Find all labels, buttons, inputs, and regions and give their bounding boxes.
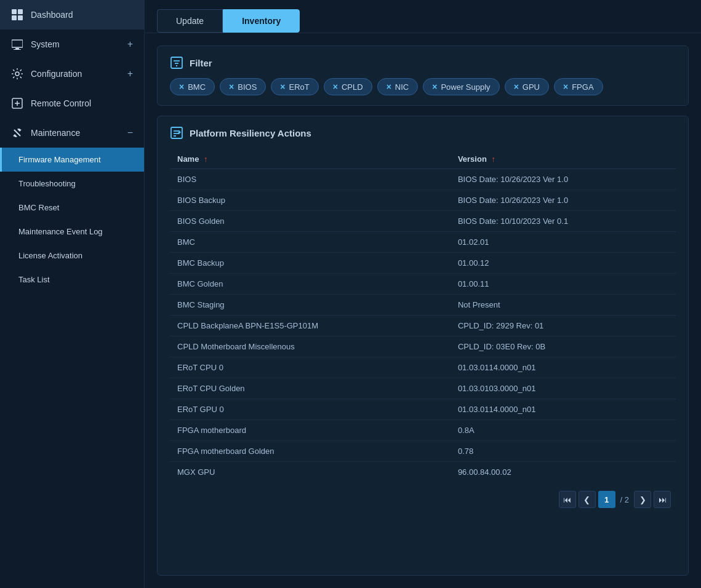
cell-version: BIOS Date: 10/10/2023 Ver 0.1 [451,211,676,232]
svg-rect-5 [15,48,19,49]
filter-icon [170,56,183,70]
cell-name: FPGA motherboard Golden [170,441,451,462]
page-current: 1 [598,491,615,508]
content-area: Filter × BMC × BIOS × ERoT × CPLD [145,33,701,588]
tag-label: BMC [188,82,206,92]
col-version[interactable]: Version ↑ [451,149,676,169]
sidebar-item-maintenance-event-log[interactable]: Maintenance Event Log [0,220,144,244]
svg-rect-6 [14,49,21,50]
sort-arrow-version: ↑ [491,154,495,164]
cell-name: FPGA motherboard [170,420,451,441]
sidebar-item-remote-control[interactable]: Remote Control [0,89,144,118]
sidebar-item-bmc-reset[interactable]: BMC Reset [0,196,144,220]
sidebar-item-label: Remote Control [31,98,91,108]
filter-section: Filter × BMC × BIOS × ERoT × CPLD [157,46,689,106]
tab-update[interactable]: Update [157,9,223,33]
table-row: BIOSBIOS Date: 10/26/2023 Ver 1.0 [170,169,676,190]
filter-tag-bmc[interactable]: × BMC [170,78,215,95]
cell-version: CPLD_ID: 2929 Rev: 01 [451,316,676,336]
cell-version: 96.00.84.00.02 [451,462,676,483]
cell-name: BIOS Golden [170,211,451,232]
cell-version: 01.03.0114.0000_n01 [451,399,676,420]
sidebar-sub-item-label: Firmware Management [18,155,101,164]
cell-version: BIOS Date: 10/26/2023 Ver 1.0 [451,190,676,211]
sidebar-item-system[interactable]: System + [0,30,144,59]
cell-name: BIOS Backup [170,190,451,211]
svg-rect-0 [12,9,17,14]
tag-label: NIC [395,82,409,92]
sidebar-item-troubleshooting[interactable]: Troubleshooting [0,172,144,196]
tab-inventory[interactable]: Inventory [223,9,300,33]
tag-x-icon: × [514,82,519,92]
tag-label: Power Supply [441,82,490,92]
page-next-button[interactable]: ❯ [634,491,651,508]
table-title: Platform Resiliency Actions [190,128,311,138]
cell-name: ERoT CPU Golden [170,378,451,399]
sidebar-item-firmware-management[interactable]: Firmware Management [0,148,144,172]
sidebar-item-task-list[interactable]: Task List [0,268,144,292]
cell-name: BMC Staging [170,295,451,316]
filter-tag-fpga[interactable]: × FPGA [554,78,603,95]
filter-tag-gpu[interactable]: × GPU [505,78,549,95]
system-icon [11,38,23,50]
filter-tag-nic[interactable]: × NIC [377,78,419,95]
cell-version: Not Present [451,295,676,316]
cell-name: CPLD BackplaneA BPN-E1S5-GP101M [170,316,451,336]
filter-tag-bios[interactable]: × BIOS [220,78,266,95]
tag-label: ERoT [289,82,310,92]
sidebar-item-label: System [31,39,60,49]
sort-arrow-name: ↑ [204,154,208,164]
sidebar-sub-item-label: Task List [18,275,50,284]
main-content: Update Inventory Filter × [145,0,701,588]
edit-icon [170,126,183,140]
page-last-button[interactable]: ⏭ [654,491,671,508]
expand-icon: + [127,68,133,79]
table-row: BMC Backup01.00.12 [170,253,676,274]
maintenance-icon [11,127,23,139]
cell-name: CPLD Motherboard Miscellenous [170,336,451,357]
table-row: ERoT GPU 001.03.0114.0000_n01 [170,399,676,420]
config-icon [11,68,23,80]
expand-icon: − [127,127,133,138]
tag-label: BIOS [238,82,257,92]
table-row: CPLD Motherboard MiscellenousCPLD_ID: 03… [170,336,676,357]
cell-version: 0.8A [451,420,676,441]
pagination: ⏮ ❮ 1 / 2 ❯ ⏭ [170,482,676,511]
sidebar-item-maintenance[interactable]: Maintenance − [0,118,144,148]
tag-label: FPGA [572,82,593,92]
table-row: ERoT CPU 001.03.0114.0000_n01 [170,357,676,378]
page-first-button[interactable]: ⏮ [559,491,576,508]
tag-x-icon: × [229,82,234,92]
table-row: FPGA motherboard Golden0.78 [170,441,676,462]
tag-x-icon: × [387,82,391,92]
cell-version: 01.00.12 [451,253,676,274]
cell-name: ERoT GPU 0 [170,399,451,420]
sidebar-item-configuration[interactable]: Configuration + [0,59,144,89]
col-name[interactable]: Name ↑ [170,149,451,169]
page-prev-button[interactable]: ❮ [579,491,596,508]
svg-rect-15 [171,127,182,138]
svg-rect-11 [171,57,182,68]
filter-header: Filter [170,56,676,70]
cell-version: CPLD_ID: 03E0 Rev: 0B [451,336,676,357]
filter-tags: × BMC × BIOS × ERoT × CPLD × NIC [170,78,676,95]
filter-tag-cpld[interactable]: × CPLD [324,78,372,95]
filter-title: Filter [190,58,212,68]
inventory-table: Name ↑ Version ↑ BIOSBIOS Date: 10/26/20… [170,149,676,482]
cell-name: ERoT CPU 0 [170,357,451,378]
sidebar-item-dashboard[interactable]: Dashboard [0,0,144,30]
tag-x-icon: × [432,82,437,92]
table-header: Platform Resiliency Actions [170,126,676,140]
table-row: BMC Golden01.00.11 [170,274,676,295]
filter-tag-erot[interactable]: × ERoT [271,78,318,95]
svg-rect-1 [18,9,23,14]
sidebar-item-license-activation[interactable]: License Activation [0,244,144,268]
cell-version: 01.03.0103.0000_n01 [451,378,676,399]
table-row: BIOS BackupBIOS Date: 10/26/2023 Ver 1.0 [170,190,676,211]
table-row: CPLD BackplaneA BPN-E1S5-GP101MCPLD_ID: … [170,316,676,336]
table-header-row: Name ↑ Version ↑ [170,149,676,169]
filter-tag-power-supply[interactable]: × Power Supply [423,78,499,95]
table-row: BMC StagingNot Present [170,295,676,316]
cell-version: BIOS Date: 10/26/2023 Ver 1.0 [451,169,676,190]
table-row: BMC01.02.01 [170,232,676,253]
